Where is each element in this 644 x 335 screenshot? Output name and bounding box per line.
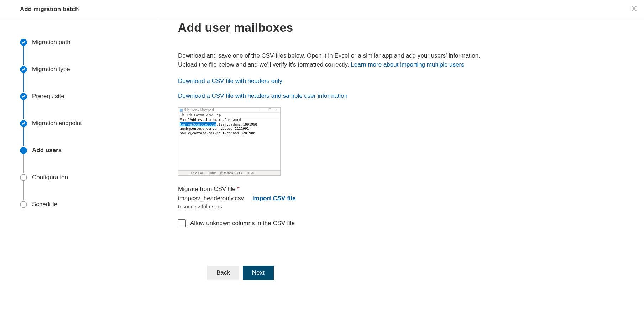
download-headers-only-link[interactable]: Download a CSV file with headers only bbox=[178, 78, 630, 85]
step-prerequisite[interactable]: Prerequisite bbox=[20, 92, 157, 100]
checkmark-icon bbox=[20, 39, 27, 46]
notepad-titlebar: *Untitled - Notepad — ☐ ✕ bbox=[178, 108, 280, 113]
pending-step-icon bbox=[20, 201, 27, 208]
notepad-statusbar: Ln 2, Col 1 100% Windows (CRLF) UTF-8 bbox=[178, 170, 280, 175]
step-label: Configuration bbox=[32, 174, 68, 181]
back-button[interactable]: Back bbox=[207, 266, 239, 280]
step-migration-endpoint[interactable]: Migration endpoint bbox=[20, 119, 157, 127]
download-headers-sample-link[interactable]: Download a CSV file with headers and sam… bbox=[178, 92, 630, 100]
description-text: Download and save one of the CSV files b… bbox=[178, 52, 491, 69]
step-label: Migration type bbox=[32, 66, 70, 73]
allow-unknown-columns-checkbox[interactable] bbox=[178, 219, 186, 227]
dialog-header: Add migration batch bbox=[0, 0, 644, 18]
pending-step-icon bbox=[20, 174, 27, 181]
learn-more-link[interactable]: Learn more about importing multiple user… bbox=[351, 61, 464, 68]
selected-file-name: imapcsv_headeronly.csv bbox=[178, 195, 244, 202]
page-title: Add user mailboxes bbox=[178, 21, 630, 34]
upload-status-text: 0 successful users bbox=[178, 203, 630, 209]
wizard-steps-sidebar: Migration path Migration type Prerequisi… bbox=[0, 18, 157, 259]
current-step-icon bbox=[20, 147, 27, 154]
checkbox-label: Allow unknown columns in the CSV file bbox=[190, 220, 295, 227]
checkmark-icon bbox=[20, 93, 27, 100]
csv-example-image: *Untitled - Notepad — ☐ ✕ File Edit Form… bbox=[178, 107, 281, 176]
notepad-body: EmailAddress,UserName,Password terrya@co… bbox=[178, 117, 280, 170]
step-migration-type[interactable]: Migration type bbox=[20, 65, 157, 73]
csv-field-label: Migrate from CSV file * bbox=[178, 186, 630, 193]
step-label: Add users bbox=[32, 147, 62, 154]
close-icon[interactable] bbox=[630, 5, 638, 12]
step-label: Schedule bbox=[32, 201, 57, 208]
step-label: Migration endpoint bbox=[32, 120, 82, 127]
step-add-users[interactable]: Add users bbox=[20, 147, 157, 154]
checkmark-icon bbox=[20, 120, 27, 127]
notepad-icon bbox=[180, 109, 183, 112]
step-configuration: Configuration bbox=[20, 174, 157, 181]
next-button[interactable]: Next bbox=[243, 266, 274, 280]
import-csv-link[interactable]: Import CSV file bbox=[252, 195, 296, 202]
step-label: Prerequisite bbox=[32, 93, 64, 100]
main-content: Add user mailboxes Download and save one… bbox=[157, 18, 644, 259]
notepad-menu: File Edit Format View Help bbox=[178, 113, 280, 117]
dialog-title: Add migration batch bbox=[20, 6, 79, 13]
step-label: Migration path bbox=[32, 39, 70, 46]
required-asterisk: * bbox=[237, 186, 240, 192]
step-migration-path[interactable]: Migration path bbox=[20, 38, 157, 46]
checkmark-icon bbox=[20, 66, 27, 73]
wizard-footer: Back Next bbox=[157, 259, 644, 280]
window-controls-icon: — ☐ ✕ bbox=[262, 108, 279, 112]
step-schedule: Schedule bbox=[20, 201, 157, 208]
